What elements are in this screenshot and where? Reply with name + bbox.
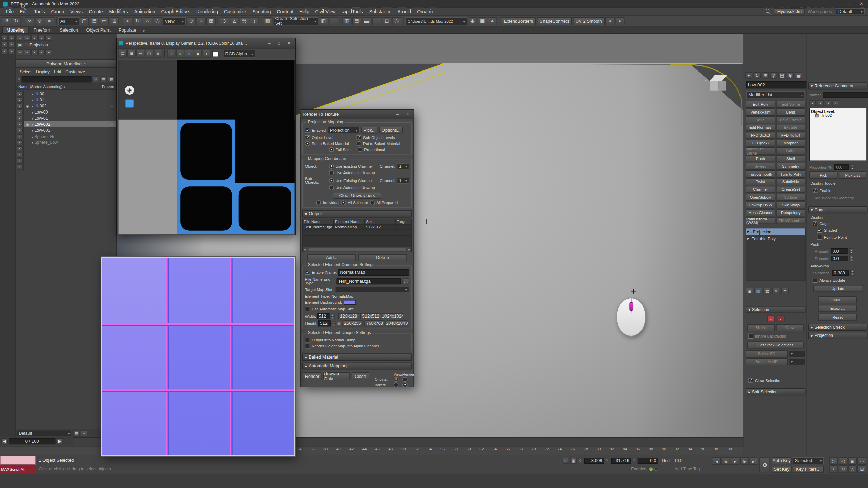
selection-filter-dropdown[interactable]: All▾	[58, 17, 79, 25]
put-baked-left-radio[interactable]: •	[305, 141, 310, 146]
select-and-manipulate-icon[interactable]: +	[197, 17, 206, 25]
scene-explorer-row[interactable]: Low-01	[24, 115, 116, 121]
modifier-button[interactable]: Shell	[776, 155, 805, 162]
y-coordinate-field[interactable]: -31.716	[611, 458, 631, 464]
modifier-stack-row[interactable]: ▸ Editable Poly	[746, 235, 805, 242]
output-column-header[interactable]: Element Name	[334, 219, 364, 224]
modifier-button[interactable]: Chamfer	[746, 186, 775, 193]
zoom-extents-icon[interactable]: ▣	[848, 457, 857, 465]
isolate-selection-icon[interactable]: ▪	[605, 17, 615, 25]
channel-display-dropdown[interactable]: RGB Alpha▾	[223, 50, 255, 58]
schematic-view-icon[interactable]: ⊟	[382, 17, 392, 25]
scene-explorer-menu[interactable]: Customize	[64, 69, 87, 74]
modifier-button[interactable]: Edit Normals	[746, 124, 775, 131]
snap-toggle-icon[interactable]: 3	[220, 17, 229, 25]
modifier-list-dropdown[interactable]: Modifier List▾	[746, 91, 805, 98]
toolbar-text-button[interactable]: ShapeConnect	[537, 17, 572, 25]
print-image-icon[interactable]: ▭	[136, 50, 144, 58]
explorer-settings-icon[interactable]: ▪	[17, 158, 23, 164]
object-use-existing-radio[interactable]: •	[329, 164, 334, 169]
name-column-header[interactable]: Name (Sorted Ascending)	[18, 85, 63, 88]
spinner-snap-icon[interactable]: ↕	[250, 17, 259, 25]
reference-list-item[interactable]: Hi-002	[811, 114, 865, 117]
ribbon-tab[interactable]: Freeform	[29, 27, 55, 33]
get-stack-selections-button[interactable]: Get Stack Selections	[747, 341, 804, 348]
scene-explorer-row[interactable]: ◉ Low-002 ○	[24, 121, 116, 127]
map-size-button[interactable]: 512x512	[360, 313, 381, 319]
modifier-toggle-icon[interactable]: ◦	[750, 230, 752, 233]
ribbon-panel-icon[interactable]: ▪	[8, 35, 15, 41]
motion-tab-icon[interactable]: ◎	[770, 72, 777, 79]
toggle-scene-explorer-icon[interactable]: ▥	[342, 17, 352, 25]
display-spacewarps-icon[interactable]: ▪	[17, 128, 23, 133]
green-channel-icon[interactable]: ●	[176, 50, 184, 58]
material-editor-icon[interactable]: ◎	[392, 17, 401, 25]
unlink-selection-icon[interactable]: ⊘	[35, 17, 44, 25]
map-size-button[interactable]: 128x128	[338, 313, 359, 319]
output-column-header[interactable]: Size	[365, 219, 396, 224]
push-amount-field[interactable]: 0.0	[831, 248, 848, 254]
select-matid-button[interactable]: Select MatID	[746, 358, 788, 365]
projection-rollout-header[interactable]: ▸Projection	[808, 332, 868, 339]
rtt-close-button[interactable]: ✕	[403, 111, 411, 117]
copy-image-icon[interactable]: ⊟	[145, 50, 153, 58]
map-size-button[interactable]: 1024x1024	[382, 313, 403, 319]
modifier-button[interactable]: CreaseSet	[776, 186, 805, 193]
modifier-button[interactable]: Unwrap UVW	[746, 201, 775, 208]
clear-selection-checkbox[interactable]: ✓	[748, 378, 753, 383]
display-cameras-icon[interactable]: ▪	[17, 116, 23, 121]
full-size-radio[interactable]: •	[329, 147, 334, 152]
modifier-button[interactable]: Twist	[746, 178, 775, 185]
orbit-icon[interactable]: ↻	[839, 465, 847, 473]
all-selected-radio[interactable]: •	[341, 200, 346, 205]
always-update-checkbox[interactable]	[813, 278, 818, 283]
play-icon[interactable]: ▶	[731, 457, 739, 465]
maximize-viewport-icon[interactable]: ⊞	[857, 465, 866, 473]
percent-snap-icon[interactable]: %	[240, 17, 249, 25]
tolerance-field[interactable]: 0.389	[832, 270, 849, 276]
element-enable-checkbox[interactable]: ✓	[305, 270, 310, 275]
menu-item[interactable]: Tools	[31, 8, 48, 15]
render-production-icon[interactable]: ●	[488, 17, 497, 25]
select-sg-button[interactable]: Select SG	[746, 350, 788, 357]
output-column-header[interactable]: Targ	[396, 219, 427, 224]
menu-item[interactable]: Omatrix	[414, 8, 436, 15]
modifier-button[interactable]: Retopology	[776, 209, 805, 216]
pm-options-button[interactable]: Options...	[379, 127, 403, 134]
modifier-button[interactable]: Normalize Spline	[746, 147, 775, 154]
modifier-button[interactable]: Surface	[776, 194, 805, 201]
set-keys-button[interactable]	[760, 457, 769, 473]
select-object-icon[interactable]: ▢	[80, 17, 89, 25]
ribbon-tab[interactable]: Populate	[115, 27, 140, 33]
menu-item[interactable]: Group	[48, 8, 67, 15]
display-toggle-enable-checkbox[interactable]: ✓	[813, 188, 818, 193]
set-key-button[interactable]: Set Key	[772, 466, 792, 473]
rtt-close-action-button[interactable]: Close	[352, 372, 369, 380]
display-bones-icon[interactable]: ▪	[17, 134, 23, 139]
field-of-view-icon[interactable]: △	[848, 465, 857, 473]
menu-item[interactable]: Civil View	[312, 8, 338, 15]
menu-item[interactable]: Modifiers	[106, 8, 131, 15]
object-channel-dropdown[interactable]: 1▾	[397, 163, 409, 169]
cage-rollout-header[interactable]: ▾Cage	[808, 206, 868, 214]
keyboard-override-icon[interactable]: ▦	[206, 17, 216, 25]
lock-icon[interactable]: ▪	[17, 164, 23, 170]
scene-explorer-menu[interactable]: Display	[34, 69, 51, 74]
sub-auto-unwrap-radio[interactable]	[329, 185, 334, 190]
rtt-titlebar[interactable]: Render To Texture ─ ✕	[301, 110, 414, 118]
modifier-button[interactable]: Mesh Cleaner	[746, 209, 775, 216]
push-percent-spinner[interactable]: ▴▾	[849, 256, 854, 261]
frozen-column-header[interactable]: Frozen	[102, 85, 114, 88]
configure-modifier-sets-icon[interactable]: ≡	[781, 288, 789, 294]
pm-pick-button[interactable]: Pick...	[361, 127, 378, 134]
scene-explorer-row[interactable]: Low-003	[24, 127, 116, 134]
menu-item[interactable]: Content	[274, 8, 296, 15]
search-input[interactable]	[21, 76, 91, 82]
push-amount-spinner[interactable]: ▴▾	[849, 248, 854, 254]
modifier-button[interactable]: OpenSubdiv	[746, 194, 775, 201]
output-scroll-left[interactable]: ◂	[303, 247, 307, 252]
viewcube-home-icon[interactable]: ⌂	[705, 78, 707, 83]
minimize-button[interactable]: ─	[836, 1, 844, 7]
modifier-button[interactable]: FFD 4x4x4	[776, 132, 805, 139]
project-path-field[interactable]: C:\Users\UI...ds Max 2022▾	[405, 17, 467, 25]
